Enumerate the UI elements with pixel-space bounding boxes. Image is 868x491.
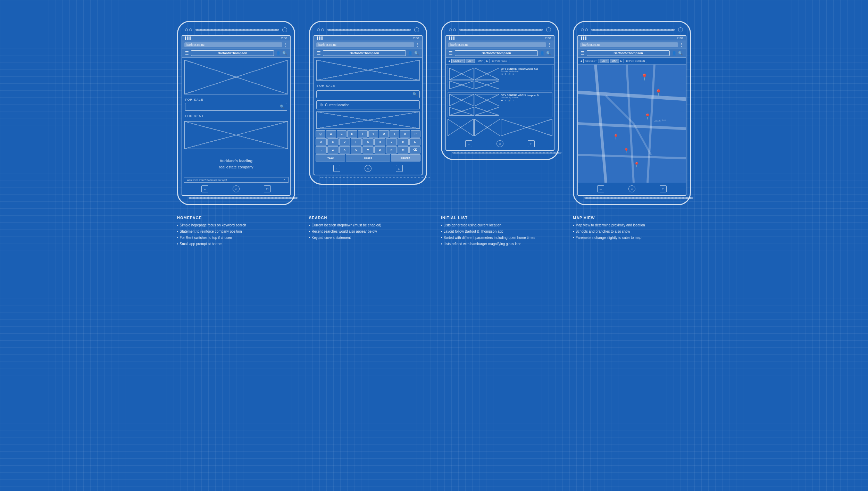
key-dot[interactable]: . <box>316 146 327 153</box>
key-g[interactable]: G <box>362 138 374 145</box>
map-tab-arrow-right-4[interactable]: ▶ <box>620 59 623 63</box>
menu-dots-1[interactable]: ⋮ <box>284 42 288 47</box>
key-q[interactable]: Q <box>316 130 325 138</box>
back-btn-1[interactable]: ← <box>201 185 208 192</box>
tab-arrow-left-3[interactable]: ◀ <box>448 59 451 63</box>
brand-logo-2[interactable]: Barfoot&Thompson <box>323 50 406 56</box>
key-b[interactable]: B <box>374 146 385 153</box>
search-input-row-2[interactable]: 🔍 <box>316 90 420 98</box>
search-nav-icon-2[interactable]: 🔍 <box>414 51 419 56</box>
brand-logo-1[interactable]: Barfoot&Thompson <box>191 50 274 56</box>
hamburger-icon-2[interactable]: ☰ <box>317 51 321 56</box>
key-space[interactable]: space <box>346 154 390 161</box>
back-btn-4[interactable]: ← <box>597 185 604 192</box>
map-pin-3[interactable]: 📍 <box>644 113 651 120</box>
url-1[interactable]: barfoot.co.nz <box>184 42 282 47</box>
map-tab-closest-4[interactable]: CLOSEST <box>583 59 599 63</box>
browser-bar-3[interactable]: barfoot.co.nz ⋮ <box>446 41 554 49</box>
map-tab-list-4[interactable]: LIST <box>600 59 609 63</box>
listing-2-row[interactable]: CITY CENTRE, 4B/52 Liverpool St For sale… <box>448 92 552 117</box>
key-f[interactable]: F <box>351 138 362 145</box>
browser-bar-1[interactable]: barfoot.co.nz ⋮ <box>182 41 290 49</box>
map-pin-4[interactable]: 📍 <box>613 134 619 140</box>
key-i[interactable]: I <box>390 130 399 138</box>
map-pin-1[interactable]: 📍 <box>641 73 648 81</box>
map-pin-5[interactable]: 📍 <box>623 148 629 153</box>
listing-1-row[interactable]: CITY CENTRE, 403/39 Anzac Ave For sale b… <box>448 66 552 91</box>
back-btn-2[interactable]: ← <box>333 165 340 172</box>
menu-dots-3[interactable]: ⋮ <box>548 42 552 47</box>
search-icon-1[interactable]: 🔍 <box>280 105 285 109</box>
square-btn-2[interactable]: □ <box>396 165 403 172</box>
key-z[interactable]: Z <box>327 146 339 153</box>
app-banner-close-1[interactable]: ✕ <box>283 178 285 181</box>
key-p[interactable]: P <box>411 130 420 138</box>
key-d[interactable]: D <box>339 138 350 145</box>
hamburger-icon-3[interactable]: ☰ <box>449 51 453 56</box>
app-banner-1[interactable]: Want even more? Download our app! ✕ <box>184 177 289 183</box>
key-o[interactable]: O <box>400 130 410 138</box>
brand-logo-3[interactable]: Barfoot&Thompson <box>455 50 538 56</box>
user-icon-1[interactable]: 👤 <box>276 51 281 56</box>
search-nav-icon-1[interactable]: 🔍 <box>282 51 287 56</box>
key-v[interactable]: V <box>362 146 374 153</box>
search-nav-icon-4[interactable]: 🔍 <box>678 51 683 56</box>
square-btn-3[interactable]: □ <box>528 140 535 147</box>
user-icon-3[interactable]: 👤 <box>540 51 545 56</box>
key-j[interactable]: J <box>386 138 397 145</box>
square-btn-4[interactable]: □ <box>660 185 667 192</box>
map-tab-map-4[interactable]: MAP <box>610 59 619 63</box>
square-btn-1[interactable]: □ <box>264 185 271 192</box>
svg-line-0 <box>578 92 686 99</box>
key-r[interactable]: R <box>347 130 357 138</box>
browser-bar-4[interactable]: barfoot.co.nz ⋮ <box>578 41 686 49</box>
tab-list-3[interactable]: LIST <box>466 59 475 63</box>
key-x[interactable]: X <box>339 146 350 153</box>
map-pin-2[interactable]: 📍 <box>654 89 662 97</box>
key-t[interactable]: T <box>358 130 368 138</box>
search-bar-home-1[interactable]: 🔍 <box>185 103 287 111</box>
current-location-row[interactable]: ⊕ Current location <box>316 100 420 109</box>
menu-dots-4[interactable]: ⋮ <box>679 42 684 47</box>
map-pin-6[interactable]: 📍 <box>634 162 640 167</box>
tab-latest-3[interactable]: LATEST <box>451 59 465 63</box>
back-btn-3[interactable]: ← <box>465 140 472 147</box>
home-btn-2[interactable]: ○ <box>365 165 372 172</box>
key-k[interactable]: K <box>398 138 409 145</box>
key-c[interactable]: C <box>351 146 362 153</box>
menu-dots-2[interactable]: ⋮ <box>416 42 420 47</box>
key-w[interactable]: W <box>326 130 336 138</box>
search-nav-icon-3[interactable]: 🔍 <box>546 51 551 56</box>
key-n[interactable]: N <box>386 146 397 153</box>
key-l[interactable]: L <box>409 138 420 145</box>
tab-per-page-3[interactable]: 10 PER PAGE <box>490 59 509 63</box>
user-icon-2[interactable]: 👤 <box>408 51 413 56</box>
home-btn-4[interactable]: ○ <box>628 185 635 192</box>
key-search[interactable]: search <box>391 154 420 161</box>
url-2[interactable]: barfoot.co.nz <box>316 42 414 47</box>
key-y[interactable]: Y <box>368 130 378 138</box>
key-u[interactable]: U <box>379 130 389 138</box>
map-tab-per-screen-4[interactable]: 10 PER SCREEN <box>624 59 647 63</box>
tab-arrow-right-3[interactable]: ▶ <box>486 59 489 63</box>
hamburger-icon-4[interactable]: ☰ <box>581 51 585 56</box>
url-4[interactable]: barfoot.co.nz <box>580 42 678 47</box>
home-btn-3[interactable]: ○ <box>496 140 503 147</box>
key-backspace[interactable]: ⌫ <box>409 146 420 153</box>
key-a[interactable]: A <box>316 138 327 145</box>
map-container-4[interactable]: Anzac Ave 📍 📍 📍 📍 📍 📍 <box>578 65 686 183</box>
key-e[interactable]: E <box>337 130 347 138</box>
tab-map-3[interactable]: MAP <box>476 59 485 63</box>
key-m[interactable]: M <box>398 146 409 153</box>
home-btn-1[interactable]: ○ <box>233 185 240 192</box>
url-3[interactable]: barfoot.co.nz <box>448 42 546 47</box>
key-123[interactable]: ?123 <box>316 154 345 161</box>
key-s[interactable]: S <box>327 138 339 145</box>
key-h[interactable]: H <box>374 138 385 145</box>
user-icon-4[interactable]: 👤 <box>672 51 677 56</box>
hamburger-icon-1[interactable]: ☰ <box>185 51 189 56</box>
brand-logo-4[interactable]: Barfoot&Thompson <box>587 50 670 56</box>
search-icon-2[interactable]: 🔍 <box>412 92 417 97</box>
map-tab-arrow-left-4[interactable]: ◀ <box>579 59 583 63</box>
browser-bar-2[interactable]: barfoot.co.nz ⋮ <box>314 41 422 49</box>
